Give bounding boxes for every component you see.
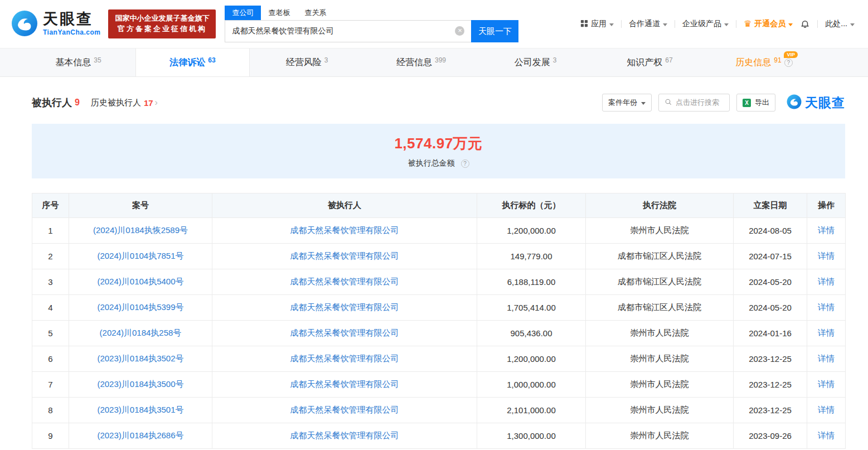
tab-history-info[interactable]: VIP 历史信息91 ?	[707, 49, 821, 76]
table-row: 3 (2024)川0104执5400号 成都天然呆餐饮管理有限公司 6,188,…	[32, 269, 846, 295]
executed-person-link[interactable]: 成都天然呆餐饮管理有限公司	[290, 302, 399, 312]
section-title: 被执行人	[32, 96, 72, 109]
case-number-link[interactable]: (2023)川0184执2686号	[97, 430, 183, 440]
case-number-link[interactable]: (2024)川0104执5399号	[97, 302, 183, 312]
detail-link[interactable]: 详情	[818, 430, 835, 440]
gov-badge: 国家中小企业发展子基金旗下 官方备案企业征信机构	[108, 9, 216, 38]
tab-business-risk[interactable]: 经营风险3	[250, 49, 364, 76]
tab-intellectual-property[interactable]: 知识产权67	[593, 49, 707, 76]
column-filing-date: 立案日期	[734, 193, 807, 218]
chevron-down-icon	[663, 23, 667, 26]
filing-date: 2023-12-25	[734, 346, 807, 372]
nav-account[interactable]: 此处...	[825, 19, 855, 29]
case-number-link[interactable]: (2024)川0184执恢2589号	[93, 225, 188, 235]
detail-link[interactable]: 详情	[818, 379, 835, 389]
executed-table-body: 1 (2024)川0184执恢2589号 成都天然呆餐饮管理有限公司 1,200…	[32, 218, 846, 449]
execution-amount: 1,300,000.00	[477, 423, 586, 449]
executed-persons-table: 序号 案号 被执行人 执行标的（元） 执行法院 立案日期 操作 1 (2024)…	[32, 193, 846, 449]
detail-link[interactable]: 详情	[818, 302, 835, 312]
chevron-down-icon	[850, 23, 855, 26]
tab-legal-proceedings[interactable]: 法律诉讼63	[135, 49, 250, 76]
row-index: 7	[32, 372, 69, 398]
case-number-link[interactable]: (2023)川0184执3500号	[97, 379, 183, 389]
detail-link[interactable]: 详情	[818, 405, 835, 414]
execution-court: 崇州市人民法院	[586, 346, 734, 372]
nav-apps[interactable]: 应用	[580, 19, 614, 29]
row-index: 8	[32, 398, 69, 423]
column-case-number: 案号	[69, 193, 212, 218]
filing-date: 2024-08-05	[734, 218, 807, 244]
case-year-filter[interactable]: 案件年份	[602, 94, 652, 112]
nav-enterprise-products[interactable]: 企业级产品	[682, 19, 729, 29]
execution-court: 成都市锦江区人民法院	[586, 244, 734, 269]
filing-date: 2023-12-25	[734, 398, 807, 423]
top-header: 天眼查 TianYanCha.com 国家中小企业发展子基金旗下 官方备案企业征…	[0, 0, 868, 48]
executed-person-link[interactable]: 成都天然呆餐饮管理有限公司	[290, 251, 399, 260]
detail-link[interactable]: 详情	[818, 354, 835, 363]
tab-company-development[interactable]: 公司发展3	[478, 49, 593, 76]
execution-court: 崇州市人民法院	[586, 321, 734, 346]
nav-membership[interactable]: ♛ 开通会员	[744, 19, 793, 29]
notification-bell-icon[interactable]	[800, 19, 810, 29]
table-row: 4 (2024)川0104执5399号 成都天然呆餐饮管理有限公司 1,705,…	[32, 295, 846, 321]
detail-link[interactable]: 详情	[818, 251, 835, 260]
executed-person-link[interactable]: 成都天然呆餐饮管理有限公司	[290, 405, 399, 414]
row-index: 2	[32, 244, 69, 269]
chevron-down-icon	[609, 23, 614, 26]
tianyancha-logo[interactable]: 天眼查 TianYanCha.com	[11, 10, 100, 38]
row-index: 3	[32, 269, 69, 295]
search-tab-company[interactable]: 查公司	[225, 6, 261, 20]
execution-court: 成都市锦江区人民法院	[586, 295, 734, 321]
tianyancha-watermark: 天眼查	[787, 94, 845, 112]
executed-person-link[interactable]: 成都天然呆餐饮管理有限公司	[290, 277, 399, 286]
filing-date: 2023-12-25	[734, 372, 807, 398]
column-executed-person: 被执行人	[212, 193, 477, 218]
table-search-input[interactable]: 点击进行搜索	[658, 94, 730, 112]
detail-link[interactable]: 详情	[818, 277, 835, 286]
gov-badge-line1: 国家中小企业发展子基金旗下	[115, 13, 209, 24]
tab-basic-info[interactable]: 基本信息35	[21, 49, 135, 76]
history-executed-count: 17	[144, 98, 153, 108]
filing-date: 2023-09-26	[734, 423, 807, 449]
executed-person-link[interactable]: 成都天然呆餐饮管理有限公司	[290, 354, 399, 363]
total-amount-label: 被执行总金额 ?	[32, 158, 845, 168]
main-content: 被执行人 9 历史被执行人 17 › 案件年份 点击进行搜索 X	[32, 94, 845, 449]
tianyancha-watermark-icon	[787, 94, 802, 111]
tab-business-info[interactable]: 经营信息399	[364, 49, 478, 76]
chevron-down-icon	[641, 102, 646, 105]
history-help-icon[interactable]: ?	[784, 59, 793, 67]
export-button[interactable]: X 导出	[736, 94, 775, 112]
case-number-link[interactable]: (2024)川0104执7851号	[97, 251, 183, 260]
search-button[interactable]: 天眼一下	[471, 20, 518, 42]
execution-court: 崇州市人民法院	[586, 372, 734, 398]
amount-help-icon[interactable]: ?	[461, 159, 469, 168]
nav-cooperation[interactable]: 合作通道	[629, 19, 667, 29]
case-number-link[interactable]: (2023)川0184执3501号	[97, 405, 183, 414]
executed-person-link[interactable]: 成都天然呆餐饮管理有限公司	[290, 328, 399, 337]
case-number-link[interactable]: (2023)川0184执3502号	[97, 354, 183, 363]
detail-link[interactable]: 详情	[818, 225, 835, 235]
execution-summary: 1,574.97万元 被执行总金额 ?	[32, 124, 845, 178]
head-controls: 案件年份 点击进行搜索 X 导出	[602, 94, 845, 112]
executed-person-link[interactable]: 成都天然呆餐饮管理有限公司	[290, 225, 399, 235]
section-head: 被执行人 9 历史被执行人 17 › 案件年份 点击进行搜索 X	[32, 94, 845, 112]
search-tab-relation[interactable]: 查关系	[297, 6, 333, 20]
detail-link[interactable]: 详情	[818, 328, 835, 337]
history-executed-link[interactable]: 历史被执行人 17 ›	[91, 98, 158, 108]
search-tab-boss[interactable]: 查老板	[261, 6, 297, 20]
chevron-down-icon	[788, 23, 793, 26]
case-number-link[interactable]: (2024)川0104执5400号	[97, 277, 183, 286]
table-row: 7 (2023)川0184执3500号 成都天然呆餐饮管理有限公司 1,000,…	[32, 372, 846, 398]
search-input[interactable]	[225, 20, 471, 42]
apps-grid-icon	[580, 20, 588, 29]
execution-amount: 149,779.00	[477, 244, 586, 269]
filing-date: 2024-05-20	[734, 295, 807, 321]
company-tabs: 基本信息35 法律诉讼63 经营风险3 经营信息399 公司发展3 知识产权67…	[0, 48, 868, 77]
executed-person-link[interactable]: 成都天然呆餐饮管理有限公司	[290, 430, 399, 440]
execution-amount: 2,101,000.00	[477, 398, 586, 423]
executed-person-link[interactable]: 成都天然呆餐饮管理有限公司	[290, 379, 399, 389]
case-number-link[interactable]: (2024)川0184执258号	[100, 328, 182, 337]
row-index: 1	[32, 218, 69, 244]
column-seq: 序号	[32, 193, 69, 218]
table-row: 6 (2023)川0184执3502号 成都天然呆餐饮管理有限公司 1,200,…	[32, 346, 846, 372]
